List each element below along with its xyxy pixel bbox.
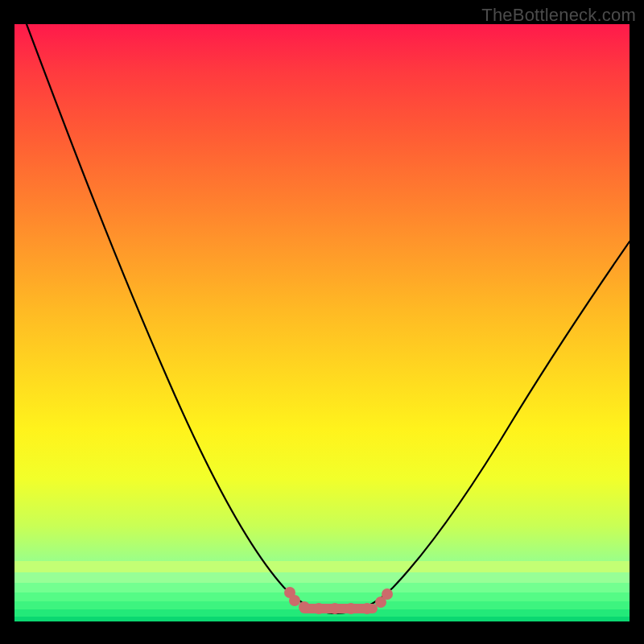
highlight-dot [382, 588, 393, 600]
highlight-dot [345, 603, 357, 614]
highlight-dot [299, 601, 310, 613]
highlight-dot [329, 603, 341, 614]
highlight-dot [361, 603, 373, 614]
chart-frame: TheBottleneck.com [0, 0, 644, 644]
highlight-dot [289, 595, 300, 606]
watermark-text: TheBottleneck.com [481, 5, 636, 26]
curve-layer [14, 24, 630, 621]
bottleneck-curve [27, 24, 630, 613]
highlight-dot [313, 603, 324, 614]
plot-area [14, 24, 630, 621]
